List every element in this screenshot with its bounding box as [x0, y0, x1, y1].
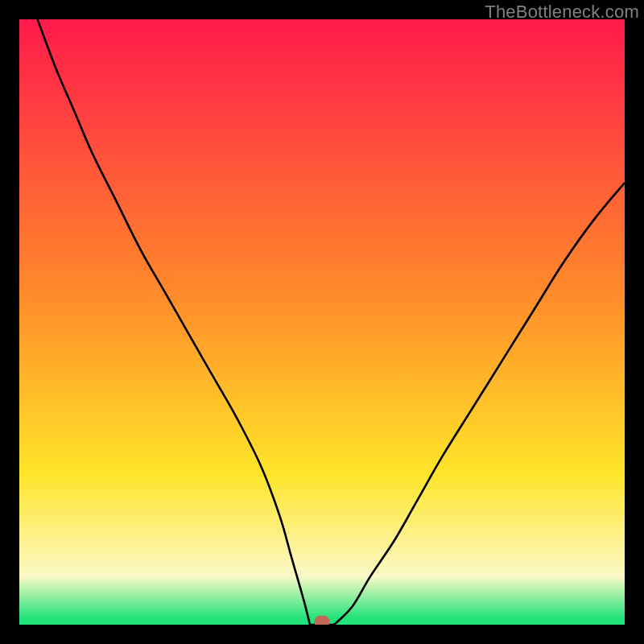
bottleneck-chart [19, 19, 625, 625]
outer-frame: TheBottleneck.com [0, 0, 644, 644]
gradient-background [19, 19, 625, 625]
optimal-point-marker [315, 616, 330, 625]
